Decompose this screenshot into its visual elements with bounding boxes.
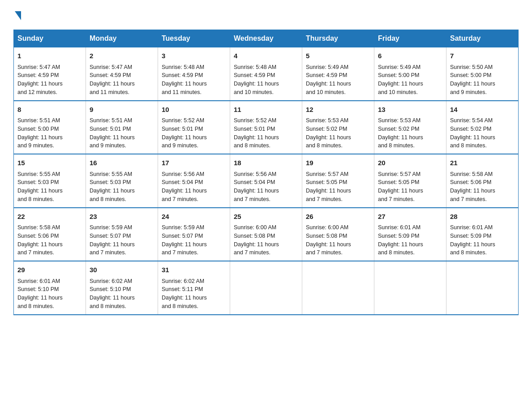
day-info: Sunrise: 5:57 AMSunset: 5:05 PMDaylight:… [378,170,442,204]
day-number: 13 [378,105,442,115]
table-row: 31 Sunrise: 6:02 AMSunset: 5:11 PMDaylig… [158,261,230,315]
calendar-header: Sunday Monday Tuesday Wednesday Thursday… [14,30,519,47]
day-number: 20 [378,158,442,168]
table-row: 1 Sunrise: 5:47 AMSunset: 4:59 PMDayligh… [14,47,86,101]
day-number: 14 [450,105,515,115]
header-monday: Monday [86,30,158,47]
day-info: Sunrise: 5:49 AMSunset: 4:59 PMDaylight:… [306,63,370,97]
table-row: 22 Sunrise: 5:58 AMSunset: 5:06 PMDaylig… [14,208,86,261]
day-info: Sunrise: 5:52 AMSunset: 5:01 PMDaylight:… [234,116,298,150]
day-info: Sunrise: 5:59 AMSunset: 5:07 PMDaylight:… [90,223,154,257]
day-number: 31 [162,265,226,275]
day-info: Sunrise: 5:58 AMSunset: 5:06 PMDaylight:… [17,223,82,257]
table-row: 27 Sunrise: 6:01 AMSunset: 5:09 PMDaylig… [374,208,446,261]
table-row: 5 Sunrise: 5:49 AMSunset: 4:59 PMDayligh… [302,47,374,101]
day-number: 24 [162,212,226,222]
day-info: Sunrise: 6:02 AMSunset: 5:10 PMDaylight:… [90,277,154,311]
day-info: Sunrise: 5:47 AMSunset: 4:59 PMDaylight:… [17,63,82,97]
day-info: Sunrise: 6:02 AMSunset: 5:11 PMDaylight:… [162,277,226,311]
day-number: 9 [90,105,154,115]
day-info: Sunrise: 5:53 AMSunset: 5:02 PMDaylight:… [306,116,370,150]
table-row: 15 Sunrise: 5:55 AMSunset: 5:03 PMDaylig… [14,154,86,208]
table-row: 3 Sunrise: 5:48 AMSunset: 4:59 PMDayligh… [158,47,230,101]
table-row: 28 Sunrise: 6:01 AMSunset: 5:09 PMDaylig… [446,208,519,261]
day-info: Sunrise: 6:01 AMSunset: 5:09 PMDaylight:… [450,223,515,257]
header-friday: Friday [374,30,446,47]
table-row [446,261,519,315]
day-number: 30 [90,265,154,275]
day-info: Sunrise: 5:50 AMSunset: 5:00 PMDaylight:… [450,63,515,97]
header-tuesday: Tuesday [158,30,230,47]
day-info: Sunrise: 5:48 AMSunset: 4:59 PMDaylight:… [234,63,298,97]
day-number: 11 [234,105,298,115]
calendar-body: 1 Sunrise: 5:47 AMSunset: 4:59 PMDayligh… [14,47,519,315]
day-number: 26 [306,212,370,222]
day-info: Sunrise: 5:57 AMSunset: 5:05 PMDaylight:… [306,170,370,204]
day-number: 19 [306,158,370,168]
header-saturday: Saturday [446,30,519,47]
table-row: 26 Sunrise: 6:00 AMSunset: 5:08 PMDaylig… [302,208,374,261]
day-number: 28 [450,212,515,222]
day-info: Sunrise: 6:01 AMSunset: 5:09 PMDaylight:… [378,223,442,257]
day-number: 7 [450,51,515,61]
table-row: 2 Sunrise: 5:47 AMSunset: 4:59 PMDayligh… [86,47,158,101]
table-row: 10 Sunrise: 5:52 AMSunset: 5:01 PMDaylig… [158,101,230,154]
day-number: 17 [162,158,226,168]
table-row: 9 Sunrise: 5:51 AMSunset: 5:01 PMDayligh… [86,101,158,154]
day-number: 3 [162,51,226,61]
table-row: 19 Sunrise: 5:57 AMSunset: 5:05 PMDaylig… [302,154,374,208]
table-row: 7 Sunrise: 5:50 AMSunset: 5:00 PMDayligh… [446,47,519,101]
day-number: 2 [90,51,154,61]
table-row: 25 Sunrise: 6:00 AMSunset: 5:08 PMDaylig… [230,208,302,261]
day-info: Sunrise: 5:48 AMSunset: 4:59 PMDaylight:… [162,63,226,97]
logo [13,9,21,21]
day-number: 25 [234,212,298,222]
calendar-table: Sunday Monday Tuesday Wednesday Thursday… [13,30,519,315]
day-number: 15 [17,158,82,168]
day-info: Sunrise: 5:54 AMSunset: 5:02 PMDaylight:… [450,116,515,150]
logo-general-text [13,9,21,21]
table-row: 29 Sunrise: 6:01 AMSunset: 5:10 PMDaylig… [14,261,86,315]
table-row: 17 Sunrise: 5:56 AMSunset: 5:04 PMDaylig… [158,154,230,208]
header-sunday: Sunday [14,30,86,47]
page-header [13,9,519,21]
table-row: 21 Sunrise: 5:58 AMSunset: 5:06 PMDaylig… [446,154,519,208]
day-number: 22 [17,212,82,222]
table-row: 18 Sunrise: 5:56 AMSunset: 5:04 PMDaylig… [230,154,302,208]
table-row [302,261,374,315]
day-info: Sunrise: 5:56 AMSunset: 5:04 PMDaylight:… [234,170,298,204]
day-info: Sunrise: 6:00 AMSunset: 5:08 PMDaylight:… [234,223,298,257]
day-info: Sunrise: 6:01 AMSunset: 5:10 PMDaylight:… [17,277,82,311]
day-info: Sunrise: 5:52 AMSunset: 5:01 PMDaylight:… [162,116,226,150]
table-row: 24 Sunrise: 5:59 AMSunset: 5:07 PMDaylig… [158,208,230,261]
day-number: 27 [378,212,442,222]
day-info: Sunrise: 5:47 AMSunset: 4:59 PMDaylight:… [90,63,154,97]
day-number: 23 [90,212,154,222]
day-info: Sunrise: 6:00 AMSunset: 5:08 PMDaylight:… [306,223,370,257]
table-row: 12 Sunrise: 5:53 AMSunset: 5:02 PMDaylig… [302,101,374,154]
day-info: Sunrise: 5:59 AMSunset: 5:07 PMDaylight:… [162,223,226,257]
day-info: Sunrise: 5:51 AMSunset: 5:01 PMDaylight:… [90,116,154,150]
day-number: 5 [306,51,370,61]
table-row [374,261,446,315]
table-row: 14 Sunrise: 5:54 AMSunset: 5:02 PMDaylig… [446,101,519,154]
day-info: Sunrise: 5:58 AMSunset: 5:06 PMDaylight:… [450,170,515,204]
table-row: 13 Sunrise: 5:53 AMSunset: 5:02 PMDaylig… [374,101,446,154]
table-row: 30 Sunrise: 6:02 AMSunset: 5:10 PMDaylig… [86,261,158,315]
day-number: 18 [234,158,298,168]
day-info: Sunrise: 5:49 AMSunset: 5:00 PMDaylight:… [378,63,442,97]
day-info: Sunrise: 5:53 AMSunset: 5:02 PMDaylight:… [378,116,442,150]
day-number: 4 [234,51,298,61]
day-number: 10 [162,105,226,115]
day-info: Sunrise: 5:55 AMSunset: 5:03 PMDaylight:… [90,170,154,204]
day-number: 12 [306,105,370,115]
day-number: 8 [17,105,82,115]
day-info: Sunrise: 5:55 AMSunset: 5:03 PMDaylight:… [17,170,82,204]
table-row [230,261,302,315]
day-info: Sunrise: 5:56 AMSunset: 5:04 PMDaylight:… [162,170,226,204]
table-row: 23 Sunrise: 5:59 AMSunset: 5:07 PMDaylig… [86,208,158,261]
table-row: 16 Sunrise: 5:55 AMSunset: 5:03 PMDaylig… [86,154,158,208]
table-row: 8 Sunrise: 5:51 AMSunset: 5:00 PMDayligh… [14,101,86,154]
header-thursday: Thursday [302,30,374,47]
day-number: 29 [17,265,82,275]
